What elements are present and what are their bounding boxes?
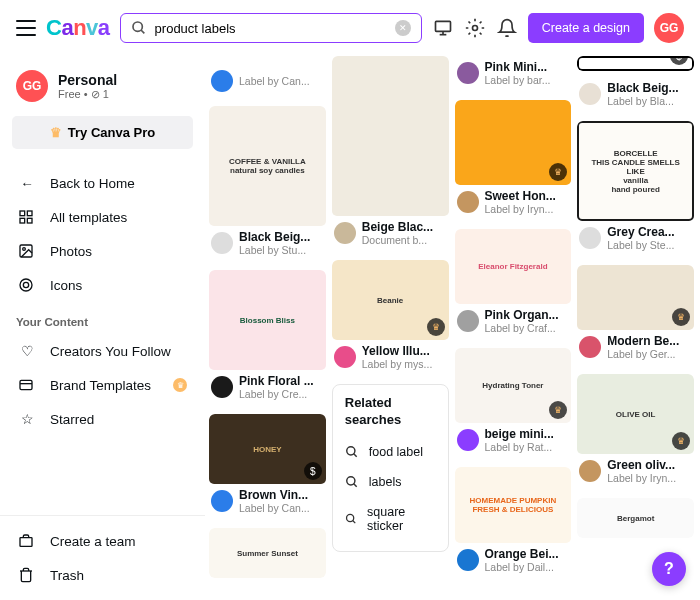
template-title: Modern Be... [607, 334, 692, 348]
template-thumbnail[interactable] [209, 56, 326, 66]
author-avatar[interactable] [211, 376, 233, 398]
author-avatar[interactable] [457, 429, 479, 451]
author-avatar[interactable] [579, 227, 601, 249]
author-avatar[interactable] [579, 460, 601, 482]
author-avatar[interactable] [579, 336, 601, 358]
author-avatar[interactable] [211, 490, 233, 512]
premium-badge-icon: ♛ [549, 163, 567, 181]
team-icon [18, 533, 36, 549]
template-card[interactable]: $ [577, 56, 694, 71]
author-avatar[interactable] [334, 222, 356, 244]
template-card[interactable]: BORCELLE THIS CANDLE SMELLS LIKE vanilla… [577, 121, 694, 259]
canva-logo[interactable]: Canva [46, 15, 110, 41]
your-content-header: Your Content [12, 302, 193, 334]
author-avatar[interactable] [334, 346, 356, 368]
template-card[interactable]: Beige Blac...Document b... [332, 56, 449, 254]
clear-search-icon[interactable]: ✕ [395, 20, 411, 36]
template-card[interactable]: Pink Mini...Label by bar... [455, 56, 572, 94]
related-search-item[interactable]: food label [345, 437, 436, 467]
template-card[interactable]: ♛Sweet Hon...Label by Iryn... [455, 100, 572, 223]
template-thumbnail[interactable]: Summer Sunset [209, 528, 326, 578]
template-thumbnail[interactable] [332, 56, 449, 216]
user-avatar[interactable]: GG [654, 13, 684, 43]
svg-rect-22 [20, 538, 32, 547]
nav-icons[interactable]: Icons [12, 268, 193, 302]
template-thumbnail[interactable]: $ [577, 56, 694, 71]
author-avatar[interactable] [457, 310, 479, 332]
template-title: Yellow Illu... [362, 344, 447, 358]
svg-point-13 [23, 282, 28, 287]
nav-brand-templates[interactable]: Brand Templates♛ [12, 368, 193, 402]
template-thumbnail[interactable]: Bergamot [577, 498, 694, 538]
hamburger-menu[interactable] [16, 20, 36, 36]
template-thumbnail[interactable]: HONEY$ [209, 414, 326, 484]
template-title: Black Beig... [239, 230, 324, 244]
premium-badge-icon: ♛ [549, 401, 567, 419]
brand-icon [18, 377, 36, 393]
template-title: Beige Blac... [362, 220, 447, 234]
svg-point-16 [347, 447, 355, 455]
related-search-item[interactable]: square sticker [345, 497, 436, 541]
icons-icon [18, 277, 36, 293]
template-card[interactable]: Hydrating Toner♛beige mini...Label by Ra… [455, 348, 572, 461]
nav-starred[interactable]: ☆Starred [12, 402, 193, 436]
search-input[interactable] [155, 21, 387, 36]
search-bar[interactable]: ✕ [120, 13, 422, 43]
template-card[interactable]: Black Beig...Label by Bla... [577, 77, 694, 115]
template-thumbnail[interactable]: Blossom Bliss [209, 270, 326, 370]
template-card[interactable]: Bergamot [577, 498, 694, 538]
template-thumbnail[interactable]: Beanie♛ [332, 260, 449, 340]
home-icon: ← [18, 176, 36, 191]
template-card[interactable]: Eleanor FitzgeraldPink Organ...Label by … [455, 229, 572, 342]
template-card[interactable]: Summer Sunset [209, 528, 326, 578]
template-thumbnail[interactable]: OLIVE OIL♛ [577, 374, 694, 454]
try-pro-button[interactable]: ♛Try Canva Pro [12, 116, 193, 149]
template-card[interactable]: OLIVE OIL♛Green oliv...Label by Iryn... [577, 374, 694, 492]
template-card[interactable]: ♛Modern Be...Label by Ger... [577, 265, 694, 368]
svg-rect-7 [27, 211, 32, 216]
paid-badge-icon: $ [670, 56, 688, 65]
related-search-item[interactable]: labels [345, 467, 436, 497]
notifications-icon[interactable] [496, 17, 518, 39]
nav-creators[interactable]: ♡Creators You Follow [12, 334, 193, 368]
template-card[interactable]: Beanie♛Yellow Illu...Label by mys... [332, 260, 449, 378]
help-button[interactable]: ? [652, 552, 686, 586]
nav-all-templates[interactable]: All templates [12, 200, 193, 234]
nav-back-home[interactable]: ←Back to Home [12, 167, 193, 200]
author-avatar[interactable] [457, 62, 479, 84]
desktop-icon[interactable] [432, 17, 454, 39]
template-thumbnail[interactable]: BORCELLE THIS CANDLE SMELLS LIKE vanilla… [577, 121, 694, 221]
template-thumbnail[interactable]: Eleanor Fitzgerald [455, 229, 572, 304]
template-title: Pink Mini... [485, 60, 570, 74]
author-avatar[interactable] [211, 232, 233, 254]
svg-line-1 [141, 30, 144, 33]
svg-line-17 [354, 454, 357, 457]
template-title: Sweet Hon... [485, 189, 570, 203]
svg-point-12 [20, 279, 32, 291]
related-title: Related searches [345, 395, 436, 429]
template-card[interactable]: HOMEMADE PUMPKIN FRESH & DELICIOUSOrange… [455, 467, 572, 581]
template-card[interactable]: COFFEE & VANILLA natural soy candlesBlac… [209, 106, 326, 264]
author-avatar[interactable] [457, 549, 479, 571]
author-avatar[interactable] [579, 83, 601, 105]
template-thumbnail[interactable]: HOMEMADE PUMPKIN FRESH & DELICIOUS [455, 467, 572, 543]
create-design-button[interactable]: Create a design [528, 13, 644, 43]
author-avatar[interactable] [211, 70, 233, 92]
author-avatar[interactable] [457, 191, 479, 213]
template-card[interactable]: HONEY$Brown Vin...Label by Can... [209, 414, 326, 522]
template-thumbnail[interactable]: COFFEE & VANILLA natural soy candles [209, 106, 326, 226]
nav-trash[interactable]: Trash [12, 558, 193, 592]
template-thumbnail[interactable]: ♛ [455, 100, 572, 185]
profile-section[interactable]: GG Personal Free • ⊘ 1 [12, 64, 193, 116]
search-icon [345, 475, 359, 489]
template-card[interactable]: Blossom BlissPink Floral ...Label by Cre… [209, 270, 326, 408]
template-thumbnail[interactable]: Hydrating Toner♛ [455, 348, 572, 423]
nav-create-team[interactable]: Create a team [12, 524, 193, 558]
svg-point-11 [23, 248, 26, 251]
premium-badge-icon: ♛ [672, 432, 690, 450]
settings-icon[interactable] [464, 17, 486, 39]
template-card[interactable]: Label by Can... [209, 56, 326, 100]
template-thumbnail[interactable]: ♛ [577, 265, 694, 330]
nav-photos[interactable]: Photos [12, 234, 193, 268]
template-title: beige mini... [485, 427, 570, 441]
